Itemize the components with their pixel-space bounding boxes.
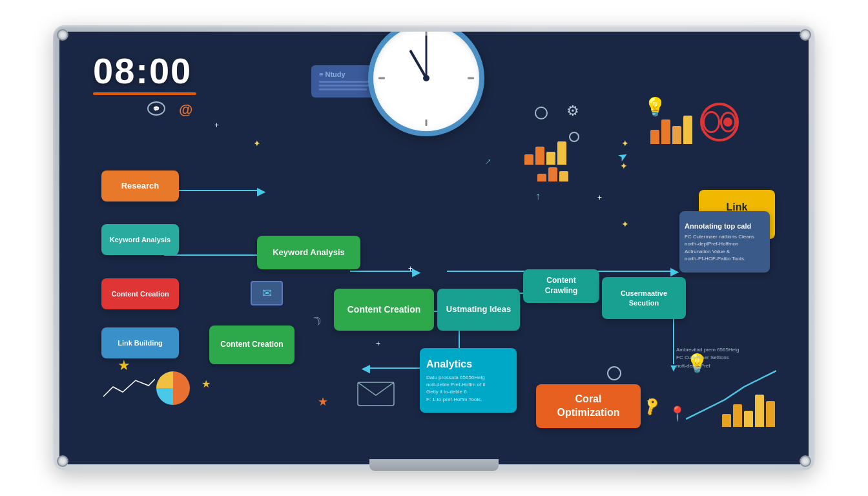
clock-widget [368, 32, 484, 136]
sparkle-white-3: + [376, 339, 380, 348]
whiteboard-surface: 08:00 [59, 32, 809, 464]
star-orange: ★ [318, 395, 328, 409]
arrow-deco-3: ↑ [535, 191, 541, 202]
arrow-left-analytics: ◀ [362, 362, 369, 375]
circle-deco-2 [569, 132, 579, 142]
bar-chart-lower-mid [537, 167, 568, 181]
connector-left-analytics [369, 367, 428, 369]
content-creation-mid-card: Content Creation [209, 326, 294, 364]
key-icon: 🔑 [641, 395, 663, 417]
cusermaative-secution-card: Cusermaative Secution [602, 277, 686, 319]
sparkle-white-4: + [597, 193, 602, 202]
link-building-small-card: Link Building [101, 327, 179, 358]
moon-icon: ☽ [309, 313, 325, 330]
keyword-analysis-main-card: Keyword Analysis [257, 236, 360, 269]
sparkle-4: ✦ [621, 219, 629, 229]
pie-chart [156, 371, 190, 405]
envelope-chart-icon [356, 377, 395, 406]
analytics-card: Analytics Datu prossata 65656Helg nott-d… [420, 348, 517, 413]
arrow-deco-1: ➤ [615, 148, 631, 165]
content-creation-main-card: Content Creation [334, 289, 434, 331]
lightbulb-icon-top-right: 💡 [644, 96, 666, 118]
chat-bubble-icon: 💬 [147, 101, 165, 116]
bar-chart-right [722, 395, 775, 427]
location-pin-icon: 📍 [668, 406, 686, 422]
connector-keyword-content [350, 271, 415, 272]
email-icon: ✉ [251, 281, 283, 305]
whiteboard-frame: 08:00 [53, 25, 815, 471]
time-underline [93, 92, 196, 95]
arrow-right-3: ▶ [412, 266, 420, 278]
corner-screw-br [800, 455, 811, 467]
star-yellow-1: ★ [118, 357, 130, 374]
sparkle-3: ✦ [621, 138, 629, 149]
keyword-analysis-small-card: Keyword Analysis [101, 224, 179, 255]
circle-deco-1 [535, 107, 548, 119]
bottom-right-text: Ambrevitad prem 6565Helg FC Cutermaer Se… [676, 346, 760, 371]
sparkle-white-2: + [408, 264, 413, 273]
arrow-right-1: ▶ [257, 185, 265, 198]
bar-chart-mid [524, 141, 566, 165]
mini-line-chart [103, 374, 155, 406]
research-card: Research [101, 170, 179, 202]
annotating-card: Annotating top cald FC Cutermaer nattion… [679, 211, 770, 273]
corner-screw-tr [800, 29, 811, 41]
arrow-right-long: ▶ [670, 265, 678, 278]
at-symbol: @ [179, 101, 192, 118]
corner-screw-tl [57, 29, 68, 41]
content-crawling-card: Content Crawling [523, 269, 599, 303]
content-creation-small-card: Content Creation [101, 278, 179, 309]
time-display: 08:00 [93, 50, 192, 92]
bar-chart-top-right [650, 116, 692, 144]
arrow-deco-2: ↑ [482, 156, 494, 167]
coral-optimization-card: Coral Optimization [536, 384, 641, 428]
clock-face [368, 32, 484, 136]
connector-keyword-main [164, 254, 260, 256]
whiteboard-tray [369, 459, 499, 471]
sparkle-1: ✦ [253, 138, 261, 149]
circle-deco-3 [607, 366, 621, 380]
sparkle-white-1: + [214, 121, 219, 130]
star-yellow-2: ★ [202, 378, 211, 390]
corner-screw-bl [57, 455, 68, 467]
ustmating-ideas-card: Ustmating Ideas [437, 289, 520, 331]
gear-icon: ⚙ [566, 103, 579, 119]
bullseye-target [700, 103, 739, 141]
